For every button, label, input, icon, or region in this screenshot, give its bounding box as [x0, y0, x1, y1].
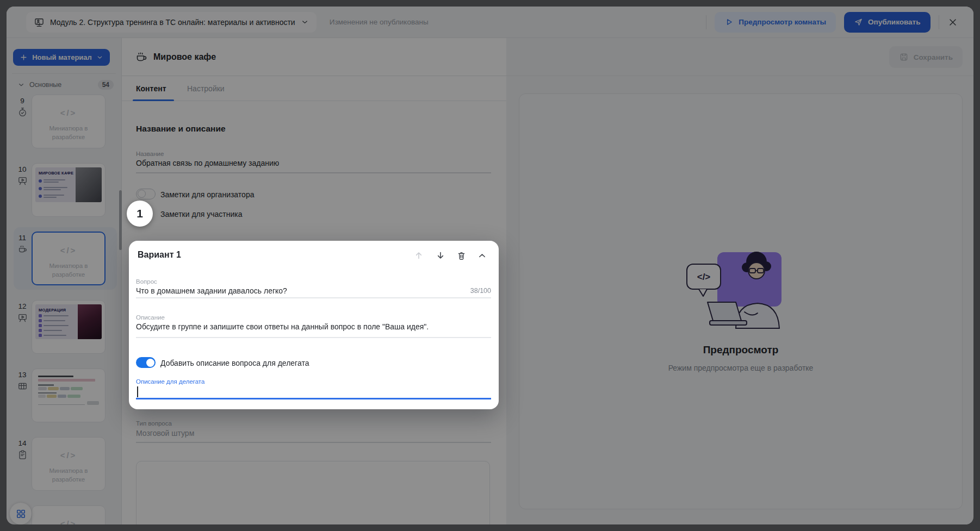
description-value[interactable]: Обсудите в группе и запишите свои ответы… [136, 322, 429, 331]
delegate-toggle-label: Добавить описание вопроса для делегата [160, 359, 309, 367]
char-counter: 38/100 [470, 287, 491, 295]
variant-1-card: Вариант 1 Вопрос Что в домашнем задании … [129, 241, 499, 409]
delegate-description-toggle[interactable] [136, 357, 156, 368]
step-annotation-marker: 1 [127, 201, 153, 227]
field-underline [136, 297, 491, 298]
collapse-icon[interactable] [475, 249, 488, 262]
field-underline [136, 337, 491, 338]
variant-title: Вариант 1 [138, 250, 181, 260]
text-cursor [137, 386, 138, 397]
question-value[interactable]: Что в домашнем задании давалось легко? [136, 286, 287, 295]
step-number: 1 [137, 207, 143, 220]
question-label: Вопрос [136, 278, 157, 285]
move-down-icon[interactable] [434, 249, 447, 262]
delete-icon[interactable] [455, 249, 468, 262]
move-up-icon[interactable] [412, 249, 425, 262]
focused-field-underline[interactable] [136, 398, 491, 399]
description-label: Описание [136, 314, 165, 321]
delegate-field-label: Описание для делегата [136, 378, 204, 385]
